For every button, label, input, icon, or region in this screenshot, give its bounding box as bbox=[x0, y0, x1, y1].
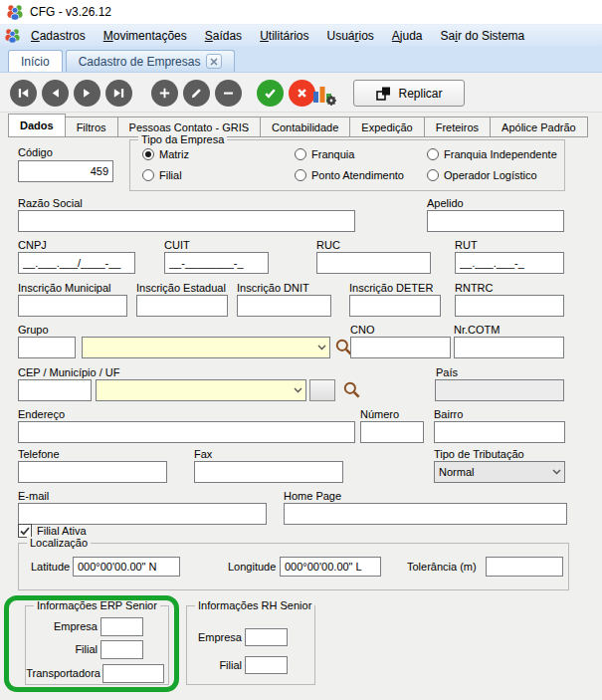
municipio-combo[interactable] bbox=[96, 379, 306, 401]
tab-freteiros[interactable]: Freteiros bbox=[425, 117, 491, 137]
cep-ellipsis-button[interactable] bbox=[309, 379, 335, 401]
email-input[interactable] bbox=[18, 503, 267, 525]
rut-label: RUT bbox=[455, 239, 478, 251]
chart-settings-button[interactable] bbox=[311, 81, 337, 107]
tab-dados[interactable]: Dados bbox=[8, 114, 66, 137]
menu-cadastros[interactable]: Cadastros bbox=[23, 27, 94, 45]
cnpj-input[interactable] bbox=[18, 252, 135, 274]
tolerancia-input[interactable] bbox=[486, 557, 563, 577]
endereco-input[interactable] bbox=[18, 421, 355, 443]
numero-label: Número bbox=[360, 408, 399, 420]
erp-transportadora-input[interactable] bbox=[102, 664, 164, 683]
cep-search-icon[interactable] bbox=[342, 380, 362, 400]
ruc-input[interactable] bbox=[316, 252, 431, 274]
radio-operador-logistico[interactable]: Operador Logístico bbox=[427, 169, 537, 181]
numero-input[interactable] bbox=[360, 421, 424, 443]
erp-transportadora-label: Transportadora bbox=[26, 667, 100, 679]
inscricao-dnit-label: Inscrição DNIT bbox=[237, 282, 309, 294]
menu-utilitarios[interactable]: Utilitários bbox=[252, 27, 316, 45]
erp-empresa-input[interactable] bbox=[100, 617, 143, 636]
inscricao-estadual-label: Inscrição Estadual bbox=[136, 282, 226, 294]
radio-icon bbox=[295, 148, 306, 160]
inscricao-deter-input[interactable] bbox=[349, 295, 441, 317]
add-button[interactable] bbox=[151, 80, 178, 107]
inscricao-municipal-input[interactable] bbox=[18, 295, 127, 317]
inscricao-municipal-label: Inscrição Municipal bbox=[18, 282, 111, 294]
rh-senior-group: Informações RH Senior Empresa Filial bbox=[186, 605, 315, 685]
fax-input[interactable] bbox=[194, 461, 343, 483]
home-page-input[interactable] bbox=[284, 503, 567, 525]
rh-empresa-input[interactable] bbox=[245, 628, 288, 646]
radio-icon bbox=[142, 148, 154, 160]
confirm-button[interactable] bbox=[257, 80, 284, 107]
inscricao-estadual-input[interactable] bbox=[136, 295, 228, 317]
endereco-label: Endereço bbox=[18, 408, 65, 420]
app-window: CFG - v3.26.12 Cadastros Movimentações S… bbox=[0, 0, 602, 700]
tab-contabilidade[interactable]: Contabilidade bbox=[261, 117, 350, 137]
app-logo-icon bbox=[6, 4, 24, 20]
menu-saidas[interactable]: Saídas bbox=[197, 27, 250, 45]
nr-cotm-label: Nr.COTM bbox=[454, 324, 500, 336]
previous-record-button[interactable] bbox=[42, 80, 69, 107]
radio-franquia-independente[interactable]: Franquia Independente bbox=[427, 148, 557, 160]
nr-cotm-input[interactable] bbox=[454, 337, 564, 358]
bar-chart-gear-icon bbox=[311, 81, 337, 107]
tab-apolice-padrao[interactable]: Apólice Padrão bbox=[491, 117, 588, 137]
erp-filial-input[interactable] bbox=[100, 640, 143, 659]
radio-icon bbox=[427, 169, 439, 181]
chevron-down-icon bbox=[290, 380, 305, 400]
menu-usuarios[interactable]: Usuários bbox=[318, 27, 381, 45]
home-page-label: Home Page bbox=[284, 490, 341, 502]
telefone-input[interactable] bbox=[18, 461, 167, 483]
replicar-button[interactable]: Replicar bbox=[353, 80, 465, 107]
menu-movimentacoes[interactable]: Movimentações bbox=[96, 27, 195, 45]
latitude-label: Latitude bbox=[31, 561, 70, 573]
window-title: CFG - v3.26.12 bbox=[30, 5, 111, 19]
bairro-label: Bairro bbox=[434, 408, 463, 420]
tab-cadastro-de-empresas[interactable]: Cadastro de Empresas bbox=[66, 50, 236, 72]
last-record-button[interactable] bbox=[105, 80, 132, 107]
tab-filtros[interactable]: Filtros bbox=[66, 117, 118, 137]
close-tab-icon[interactable] bbox=[206, 54, 222, 69]
edit-button[interactable] bbox=[183, 80, 210, 107]
tab-expedicao[interactable]: Expedição bbox=[350, 117, 424, 137]
delete-button[interactable] bbox=[215, 80, 242, 107]
menu-sair-do-sistema[interactable]: Sair do Sistema bbox=[433, 27, 533, 45]
grupo-label: Grupo bbox=[18, 324, 49, 336]
tipo-tributacao-label: Tipo de Tributação bbox=[434, 448, 524, 460]
cep-municipio-uf-label: CEP / Município / UF bbox=[18, 366, 120, 378]
tipo-tributacao-combo[interactable]: Normal bbox=[434, 461, 565, 483]
inscricao-deter-label: Inscrição DETER bbox=[349, 282, 433, 294]
grupo-code-input[interactable] bbox=[18, 337, 76, 358]
longitude-input[interactable] bbox=[280, 557, 381, 577]
cep-input[interactable] bbox=[18, 379, 92, 401]
inscricao-dnit-input[interactable] bbox=[237, 295, 331, 317]
cuit-input[interactable] bbox=[164, 252, 269, 274]
cno-label: CNO bbox=[350, 324, 374, 336]
tab-inicio[interactable]: Início bbox=[8, 50, 63, 72]
razao-social-input[interactable] bbox=[18, 210, 355, 232]
apelido-input[interactable] bbox=[427, 210, 564, 232]
cno-input[interactable] bbox=[350, 337, 451, 358]
latitude-input[interactable] bbox=[73, 557, 180, 577]
menu-ajuda[interactable]: Ajuda bbox=[384, 27, 431, 45]
rut-input[interactable] bbox=[455, 252, 564, 274]
longitude-label: Longitude bbox=[228, 561, 276, 573]
first-record-button[interactable] bbox=[10, 80, 37, 107]
email-label: E-mail bbox=[18, 490, 49, 502]
grupo-combo[interactable] bbox=[82, 337, 330, 358]
codigo-input[interactable] bbox=[18, 160, 113, 182]
app-logo-icon bbox=[4, 28, 21, 43]
rntrc-input[interactable] bbox=[455, 295, 564, 317]
radio-filial[interactable]: Filial bbox=[142, 169, 182, 181]
radio-ponto-atendimento[interactable]: Ponto Atendimento bbox=[295, 169, 404, 181]
radio-franquia[interactable]: Franquia bbox=[295, 148, 354, 160]
chevron-down-icon bbox=[548, 462, 564, 482]
bairro-input[interactable] bbox=[434, 421, 565, 443]
filial-ativa-checkbox[interactable]: Filial Ativa bbox=[18, 524, 87, 538]
pais-label: País bbox=[436, 366, 458, 378]
radio-matriz[interactable]: Matriz bbox=[142, 148, 189, 160]
rh-filial-input[interactable] bbox=[245, 656, 288, 674]
next-record-button[interactable] bbox=[74, 80, 100, 107]
page-tab-bar: Dados Filtros Pessoas Contato - GRIS Con… bbox=[0, 113, 602, 137]
